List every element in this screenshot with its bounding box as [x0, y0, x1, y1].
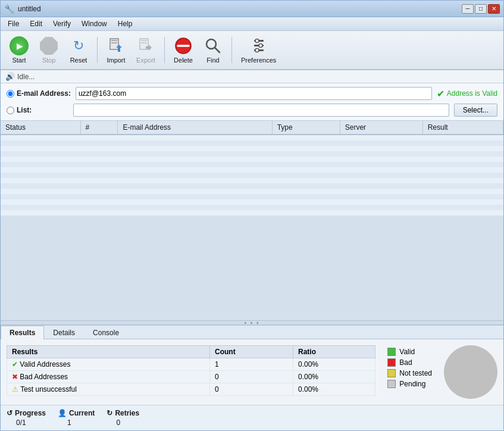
- bottom-panel: Results Details Console Results Count Ra…: [1, 325, 503, 430]
- valid-indicator: ✔ Address is Valid: [437, 88, 497, 99]
- col-email: E-mail Address: [118, 121, 272, 135]
- reset-button[interactable]: ↻ Reset: [65, 33, 92, 67]
- valid-check-icon: ✔: [12, 360, 18, 368]
- table-area: Status # E-mail Address Type Server Resu…: [1, 121, 503, 215]
- svg-rect-1: [111, 40, 117, 41]
- tab-console[interactable]: Console: [84, 326, 128, 339]
- result-valid-label: ✔ Valid Addresses: [7, 358, 210, 371]
- current-icon: 👤: [58, 409, 67, 417]
- pie-area: [444, 345, 497, 399]
- retries-icon: ↻: [107, 409, 112, 417]
- menu-edit[interactable]: Edit: [25, 18, 47, 29]
- legend-bad-color: [387, 358, 396, 367]
- app-icon: 🔧: [4, 4, 14, 14]
- table-row: [1, 178, 503, 183]
- table-row: [1, 146, 503, 151]
- col-result: Result: [422, 121, 503, 135]
- preferences-icon: [249, 36, 268, 55]
- table-row: [1, 157, 503, 162]
- list-input[interactable]: [73, 104, 449, 117]
- result-bad-count: 0: [210, 371, 293, 383]
- import-label: Import: [107, 57, 125, 64]
- list-label-text: List:: [17, 106, 32, 114]
- list-row: List: Select...: [7, 104, 497, 117]
- list-radio[interactable]: [7, 107, 14, 114]
- email-input[interactable]: [76, 87, 432, 100]
- find-label: Find: [206, 57, 219, 64]
- splitter[interactable]: • • •: [1, 320, 503, 325]
- svg-point-16: [259, 44, 262, 48]
- results-header: Results Count Ratio: [7, 346, 375, 358]
- table-row: [1, 205, 503, 210]
- delete-icon: [174, 36, 193, 55]
- retries-value: 0: [107, 418, 139, 427]
- import-button[interactable]: Import: [102, 33, 130, 67]
- select-button[interactable]: Select...: [454, 104, 497, 117]
- current-item: 👤 Current 1: [58, 409, 95, 427]
- maximize-button[interactable]: □: [475, 4, 487, 14]
- table-row: [1, 135, 503, 140]
- menu-window[interactable]: Window: [77, 18, 112, 29]
- warn-triangle-icon: ⚠: [12, 385, 18, 393]
- checkmark-icon: ✔: [437, 88, 444, 99]
- toolbar-separator-3: [231, 37, 232, 63]
- table-row: [1, 162, 503, 167]
- col-status: Status: [1, 121, 80, 135]
- stop-icon: [39, 36, 58, 55]
- preferences-button[interactable]: Preferences: [237, 33, 280, 67]
- result-row-valid: ✔ Valid Addresses 1 0.00%: [7, 358, 375, 371]
- legend-pending: Pending: [387, 380, 432, 388]
- table-row: [1, 167, 503, 173]
- export-icon: [136, 36, 155, 55]
- title-bar-left: 🔧 untitled: [4, 4, 41, 14]
- legend-valid-label: Valid: [399, 348, 415, 356]
- table-wrapper: Status # E-mail Address Type Server Resu…: [1, 121, 503, 320]
- col-num: #: [80, 121, 118, 135]
- table-header-row: Status # E-mail Address Type Server Resu…: [1, 121, 503, 135]
- results-content: Results Count Ratio ✔ Valid Addresses 1: [1, 339, 503, 405]
- retries-label: ↻ Retries: [107, 409, 139, 417]
- result-bad-ratio: 0.00%: [293, 371, 375, 383]
- menu-help[interactable]: Help: [113, 18, 137, 29]
- retries-item: ↻ Retries 0: [107, 409, 139, 427]
- tab-results[interactable]: Results: [1, 326, 44, 339]
- svg-point-17: [255, 49, 259, 52]
- svg-rect-5: [141, 40, 147, 41]
- legend-bad: Bad: [387, 358, 432, 367]
- stop-button[interactable]: Stop: [35, 33, 62, 67]
- import-icon: [107, 36, 126, 55]
- preferences-label: Preferences: [241, 57, 276, 64]
- legend-pending-label: Pending: [399, 380, 425, 388]
- results-table: Results Count Ratio ✔ Valid Addresses 1: [7, 345, 375, 396]
- tab-bar: Results Details Console: [1, 326, 503, 339]
- window-title: untitled: [18, 5, 41, 13]
- delete-label: Delete: [174, 57, 193, 64]
- results-col-count: Count: [210, 346, 293, 358]
- export-button[interactable]: Export: [132, 33, 159, 67]
- stop-label: Stop: [42, 57, 56, 64]
- start-button[interactable]: Start: [5, 33, 33, 67]
- input-area: E-mail Address: ✔ Address is Valid List:…: [1, 83, 503, 121]
- menu-file[interactable]: File: [3, 18, 24, 29]
- find-button[interactable]: Find: [199, 33, 227, 67]
- result-unsuccessful-count: 0: [210, 383, 293, 396]
- close-button[interactable]: ✕: [488, 4, 500, 14]
- legend-valid-color: [387, 348, 396, 356]
- email-radio-label[interactable]: E-mail Address:: [7, 89, 71, 98]
- progress-label: ↺ Progress: [7, 409, 46, 417]
- progress-icon: ↺: [7, 409, 12, 417]
- list-radio-label[interactable]: List:: [7, 106, 68, 114]
- email-radio[interactable]: [7, 90, 14, 98]
- current-label: 👤 Current: [58, 409, 95, 417]
- minimize-button[interactable]: ─: [462, 4, 474, 14]
- progress-value: 0/1: [7, 418, 46, 427]
- email-label-text: E-mail Address:: [17, 89, 71, 98]
- delete-button[interactable]: Delete: [170, 33, 197, 67]
- svg-line-11: [215, 48, 220, 52]
- tab-details[interactable]: Details: [44, 326, 84, 339]
- find-icon: [204, 36, 223, 55]
- export-label: Export: [136, 57, 155, 64]
- status-bar: 🔊 Idle...: [1, 70, 503, 83]
- legend-valid: Valid: [387, 348, 432, 356]
- menu-verify[interactable]: Verify: [48, 18, 76, 29]
